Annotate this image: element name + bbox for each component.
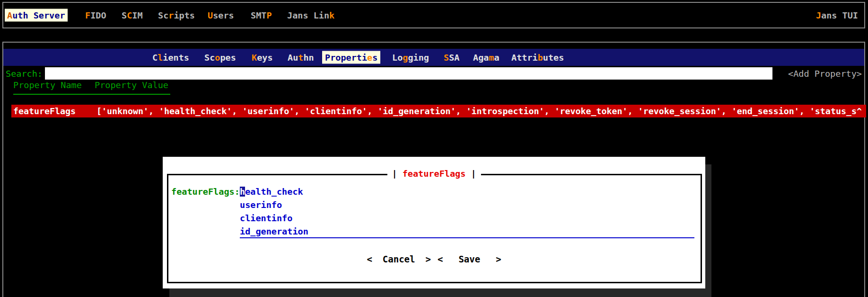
- menu-item-smtp[interactable]: SMTP: [248, 9, 274, 22]
- dialog-buttons: <Cancel> <Save>: [163, 253, 705, 265]
- tab-properties[interactable]: Properties: [322, 51, 380, 64]
- cancel-button[interactable]: <Cancel>: [367, 253, 431, 265]
- tab-bar: Clients Scopes Keys Authn Properties Log…: [3, 49, 864, 66]
- tab-keys[interactable]: Keys: [249, 51, 276, 64]
- menu-item-scripts[interactable]: Scripts: [156, 9, 197, 22]
- list-item-health-check[interactable]: health_check: [240, 186, 303, 198]
- featureflags-dialog: | featureFlags | featureFlags: health_ch…: [163, 157, 705, 288]
- tab-authn[interactable]: Authn: [285, 51, 317, 64]
- property-name: featureFlags: [13, 105, 96, 117]
- app-title: Jans TUI: [814, 9, 860, 22]
- search-label: Search:: [6, 68, 43, 80]
- dialog-title: | featureFlags |: [387, 168, 481, 180]
- field-label: featureFlags:: [171, 186, 240, 198]
- text-cursor: h: [240, 187, 245, 197]
- column-header-property-name: Property Name: [13, 80, 82, 91]
- add-property-button[interactable]: <Add Property>: [788, 68, 862, 80]
- bracket-close: >: [425, 254, 430, 264]
- menu-item-auth-server[interactable]: Auth Server: [5, 9, 68, 22]
- tab-attributes[interactable]: Attributes: [509, 51, 567, 64]
- list-item-clientinfo[interactable]: clientinfo: [240, 213, 292, 224]
- bracket-close: >: [496, 254, 501, 264]
- list-item-id-generation[interactable]: id_generation: [240, 226, 694, 238]
- menu-item-scim[interactable]: SCIM: [119, 9, 145, 22]
- tab-clients[interactable]: Clients: [149, 51, 192, 64]
- menu-item-users[interactable]: Users: [205, 9, 237, 22]
- tab-logging[interactable]: Logging: [389, 51, 432, 64]
- tab-agama[interactable]: Agama: [470, 51, 502, 64]
- table-row-featureflags[interactable]: featureFlags['unknown', 'health_check', …: [11, 105, 866, 117]
- save-button[interactable]: <Save>: [438, 253, 501, 265]
- menu-item-jans-link[interactable]: Jans Link: [285, 9, 337, 22]
- bracket-open: <: [438, 254, 443, 264]
- column-header-property-value: Property Value: [95, 80, 168, 91]
- scroll-right-indicator: ^: [857, 106, 862, 116]
- menu-bar: Auth Server FIDO SCIM Scripts Users SMTP…: [2, 2, 865, 28]
- tab-scopes[interactable]: Scopes: [202, 51, 239, 64]
- tab-ssa[interactable]: SSA: [441, 51, 462, 64]
- bracket-open: <: [367, 254, 372, 264]
- header-underline: [13, 94, 170, 95]
- search-input[interactable]: [45, 67, 772, 80]
- list-item-userinfo[interactable]: userinfo: [240, 199, 282, 211]
- property-value: ['unknown', 'health_check', 'userinfo', …: [96, 106, 857, 116]
- menu-item-fido[interactable]: FIDO: [83, 9, 109, 22]
